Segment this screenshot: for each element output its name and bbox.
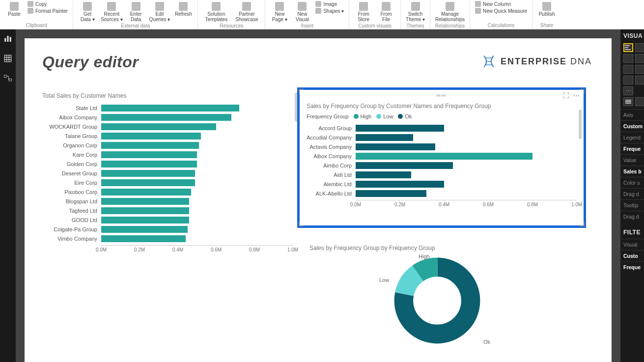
category-label: Talane Group (42, 133, 101, 139)
new-column-icon (475, 1, 481, 7)
bar[interactable] (356, 162, 453, 169)
field-well-axis-value[interactable]: Custom (620, 120, 644, 132)
viz-type-card[interactable] (623, 76, 633, 84)
from-store-button[interactable]: From Store (352, 1, 375, 23)
new-quick-measure-label: New Quick Measure (483, 8, 527, 14)
sales-by-frequency-donut-chart[interactable]: Sales by Frequency Group by Frequency Gr… (309, 245, 565, 362)
filter-frequency[interactable]: Freque (620, 261, 644, 273)
solution-templates-icon (212, 2, 221, 11)
refresh-button[interactable]: Refresh (172, 1, 195, 18)
bar[interactable] (356, 171, 411, 178)
partner-showcase-button[interactable]: Partner Showcase (231, 1, 262, 23)
bar[interactable] (101, 189, 191, 195)
new-quick-measure-button[interactable]: New Quick Measure (475, 8, 527, 14)
category-label: Kare Corp (42, 152, 101, 158)
bar[interactable] (356, 134, 413, 141)
bar-row: Accord Group (307, 123, 577, 133)
bar-row: Blogspan Ltd (42, 196, 293, 206)
category-label: Pixoboo Corp (42, 189, 101, 195)
shapes-button[interactable]: Shapes ▾ (315, 8, 344, 14)
format-painter-button[interactable]: Format Painter (28, 8, 68, 14)
bar-row: ALK-Abello Ltd (307, 189, 577, 198)
bar[interactable] (101, 151, 197, 158)
fields-tab[interactable] (623, 97, 633, 106)
bar[interactable] (356, 190, 426, 197)
grip-icon[interactable]: ══ (304, 92, 580, 99)
bar[interactable] (101, 226, 188, 233)
viz-type-stacked-bar[interactable] (623, 43, 633, 52)
field-well-tooltip-placeholder[interactable]: Drag d (620, 211, 644, 222)
new-page-label: New Page ▾ (272, 12, 287, 22)
bar[interactable] (101, 207, 189, 214)
data-view-icon (3, 54, 12, 63)
new-page-icon (275, 2, 284, 11)
bar-row: Aimbo Corp (307, 161, 577, 170)
bar[interactable] (356, 153, 532, 160)
new-column-button[interactable]: New Column (475, 1, 511, 7)
viz-type-line[interactable] (635, 54, 644, 63)
bar[interactable] (101, 179, 195, 186)
legend-swatch (376, 114, 381, 119)
bar[interactable] (101, 142, 199, 149)
report-view-button[interactable] (2, 33, 13, 44)
ribbon-group-label-calculations: Calculations (488, 23, 514, 29)
bar[interactable] (356, 181, 444, 188)
bar[interactable] (101, 123, 216, 130)
viz-type-donut[interactable] (635, 76, 644, 84)
report-canvas[interactable]: Query editor ENTERPRISE DNA Total Sales … (25, 38, 612, 362)
publish-button[interactable]: Publish (535, 1, 558, 18)
brand-text-suffix: DNA (570, 56, 592, 66)
viz-type-ribbon[interactable] (635, 65, 644, 74)
edit-queries-button[interactable]: Edit Queries ▾ (147, 1, 172, 23)
bar[interactable] (101, 105, 239, 111)
enter-data-icon (132, 2, 140, 11)
field-well-color-placeholder[interactable]: Drag d (620, 188, 644, 199)
focus-mode-button[interactable]: ⛶ (563, 92, 569, 99)
image-button[interactable]: Image (315, 1, 337, 7)
get-data-icon (83, 2, 92, 11)
total-sales-bar-chart[interactable]: Total Sales by Customer Names State Ltd … (42, 92, 293, 313)
recent-sources-button[interactable]: Recent Sources ▾ (99, 1, 124, 23)
bar[interactable] (101, 114, 231, 121)
bar[interactable] (356, 143, 435, 150)
bar[interactable] (101, 133, 201, 139)
legend-entry-low: Low (376, 113, 393, 119)
svg-rect-16 (625, 45, 630, 46)
data-view-button[interactable] (2, 53, 13, 64)
bar[interactable] (101, 217, 189, 223)
bar[interactable] (101, 161, 197, 167)
field-well-legend-value[interactable]: Freque (620, 143, 644, 154)
bar[interactable] (101, 235, 186, 242)
resize-handle-tr[interactable] (578, 89, 585, 96)
paste-button[interactable]: Paste (3, 1, 26, 18)
viz-type-more[interactable]: ⋯ (623, 86, 633, 95)
bar[interactable] (356, 125, 444, 132)
bar[interactable] (101, 198, 189, 205)
partner-showcase-icon (242, 2, 251, 11)
chart-scrollbar[interactable] (579, 110, 582, 139)
viz-type-area[interactable] (623, 65, 633, 74)
bar[interactable] (101, 170, 195, 177)
solution-templates-button[interactable]: Solution Templates (201, 1, 231, 23)
sales-by-frequency-bar-chart[interactable]: ══ ⛶ ⋯ Sales by Frequency Group by Custo… (297, 87, 586, 228)
field-well-value-value[interactable]: Sales b (620, 166, 644, 177)
manage-relationships-button[interactable]: Manage Relationships (433, 1, 467, 23)
bar-row: Golden Corp (42, 159, 293, 168)
field-well-legend-label: Legend (620, 132, 644, 143)
resize-handle-tl[interactable] (299, 89, 306, 96)
new-page-button[interactable]: New Page ▾ (268, 1, 291, 23)
viz-type-column[interactable] (623, 54, 633, 63)
switch-theme-button[interactable]: Switch Theme ▾ (404, 1, 427, 23)
copy-button[interactable]: Copy (28, 1, 47, 7)
filter-customer[interactable]: Custo (620, 250, 644, 261)
get-data-button[interactable]: Get Data ▾ (76, 1, 99, 23)
category-label: Actavis Company (307, 144, 356, 150)
viz-type-clustered-bar[interactable] (635, 43, 644, 52)
resize-handle-br[interactable] (578, 220, 585, 226)
resize-handle-bl[interactable] (299, 220, 306, 226)
from-file-button[interactable]: From File (375, 1, 397, 23)
format-tab[interactable] (635, 97, 644, 106)
enter-data-button[interactable]: Enter Data (125, 1, 147, 23)
model-view-button[interactable] (2, 73, 13, 84)
new-visual-button[interactable]: New Visual (291, 1, 313, 23)
